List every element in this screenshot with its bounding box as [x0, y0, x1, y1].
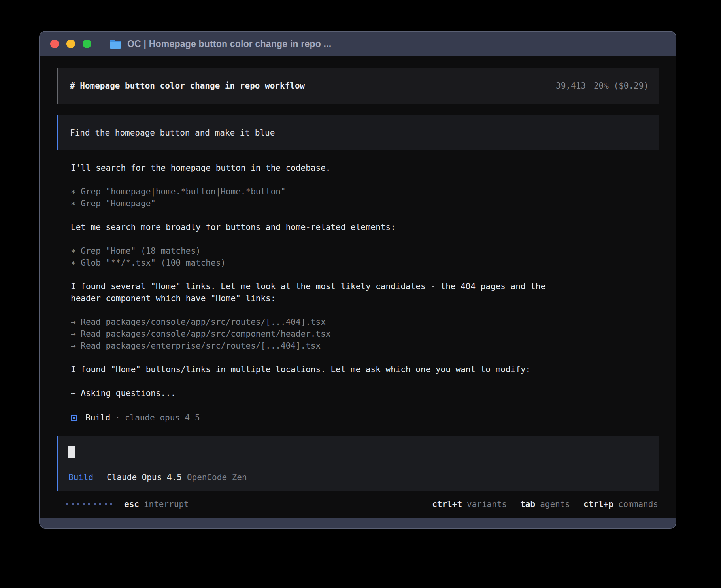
zoom-button[interactable] [83, 40, 91, 48]
assistant-text-line: ~ Asking questions... [71, 387, 659, 399]
window-footer [40, 518, 676, 528]
blank-line [71, 375, 659, 387]
tool-call-line: → Read packages/console/app/src/componen… [71, 328, 659, 340]
interrupt-label: interrupt [144, 499, 189, 509]
spinner-dot [66, 503, 68, 505]
terminal-content: # Homepage button color change in repo w… [40, 56, 676, 518]
tool-call-line: ∗ Grep "Home" (18 matches) [71, 245, 659, 257]
agent-separator: · [115, 413, 120, 422]
spinner-dots [66, 503, 112, 505]
tool-call-line: → Read packages/enterprise/src/routes/[.… [71, 340, 659, 352]
spinner-dot [77, 503, 79, 505]
spinner-dot [99, 503, 101, 505]
token-count: 39,413 [556, 81, 586, 90]
session-header: # Homepage button color change in repo w… [57, 68, 659, 104]
status-bar: esc interrupt ctrl+t variants tab agents… [57, 499, 659, 511]
blank-line [71, 304, 659, 316]
session-title: # Homepage button color change in repo w… [70, 81, 305, 90]
input-provider-label: OpenCode Zen [187, 473, 247, 482]
agent-name: Build [85, 413, 110, 422]
user-message-text: Find the homepage button and make it blu… [70, 128, 275, 138]
commands-hint: ctrl+p commands [583, 499, 658, 509]
window-title: OC | Homepage button color change in rep… [127, 39, 331, 49]
assistant-text-line: I'll search for the homepage button in t… [71, 162, 659, 174]
minimize-button[interactable] [66, 40, 75, 48]
tool-call-line: → Read packages/console/app/src/routes/[… [71, 316, 659, 328]
spinner-dot [105, 503, 107, 505]
terminal-window: OC | Homepage button color change in rep… [39, 31, 676, 529]
shortcut-hints: ctrl+t variants tab agents ctrl+p comman… [432, 499, 658, 509]
tool-call-line: ∗ Grep "homepage|home.*button|Home.*butt… [71, 186, 659, 198]
assistant-text-line: Let me search more broadly for buttons a… [71, 221, 659, 233]
spinner-dot [94, 503, 96, 505]
blank-line [71, 209, 659, 221]
interrupt-key: esc [124, 499, 139, 509]
assistant-text-line: I found several "Home" links. Let me loo… [71, 281, 659, 292]
agent-model: claude-opus-4-5 [125, 413, 200, 422]
blank-line [71, 174, 659, 186]
close-button[interactable] [50, 40, 59, 48]
spinner-dot [88, 503, 90, 505]
user-message: Find the homepage button and make it blu… [57, 115, 659, 150]
blank-line [71, 399, 659, 411]
agent-build-icon [71, 415, 77, 421]
input-model-label: Claude Opus 4.5 [107, 473, 182, 482]
variants-key: ctrl+t [432, 499, 462, 509]
variants-hint: ctrl+t variants [432, 499, 507, 509]
agents-hint: tab agents [520, 499, 570, 509]
input-mode-label: Build [68, 473, 93, 482]
assistant-text-line: header component which have "Home" links… [71, 292, 659, 304]
window-titlebar[interactable]: OC | Homepage button color change in rep… [40, 32, 676, 56]
interrupt-hint: esc interrupt [124, 499, 189, 509]
spinner-dot [72, 503, 74, 505]
blank-line [71, 269, 659, 281]
traffic-lights [50, 40, 91, 48]
tool-call-line: ∗ Grep "Homepage" [71, 198, 659, 209]
variants-label: variants [467, 499, 507, 509]
folder-icon [109, 39, 121, 49]
agents-label: agents [540, 499, 570, 509]
spinner-dot [83, 503, 85, 505]
tool-call-line: ∗ Glob "**/*.tsx" (100 matches) [71, 257, 659, 269]
assistant-text-line: I found "Home" buttons/links in multiple… [71, 364, 659, 375]
context-usage: 20% ($0.29) [594, 81, 649, 90]
spinner-dot [110, 503, 112, 505]
session-stats: 39,413 20% ($0.29) [556, 81, 649, 90]
commands-label: commands [618, 499, 658, 509]
model-row: Build Claude Opus 4.5 OpenCode Zen [68, 473, 247, 482]
commands-key: ctrl+p [583, 499, 613, 509]
prompt-input[interactable]: Build Claude Opus 4.5 OpenCode Zen [57, 436, 659, 491]
agents-key: tab [520, 499, 535, 509]
agent-status-row: Build · claude-opus-4-5 [71, 411, 659, 424]
blank-line [71, 233, 659, 245]
conversation: I'll search for the homepage button in t… [71, 162, 659, 411]
blank-line [71, 352, 659, 364]
text-cursor [68, 446, 75, 458]
